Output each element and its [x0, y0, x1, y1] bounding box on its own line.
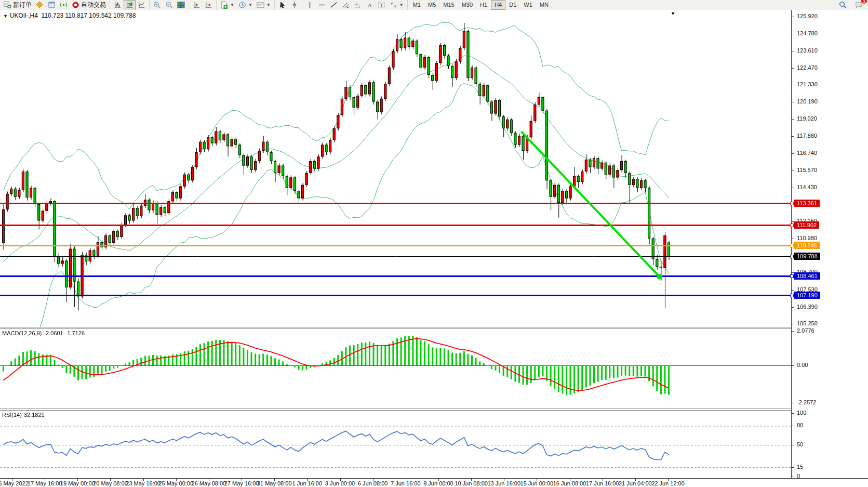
text-a-icon: A [366, 1, 373, 9]
arrows-icon [390, 1, 397, 9]
rsi-indicator-label: RSI(14)32.1821 [2, 412, 47, 418]
hline-anchor[interactable] [790, 202, 794, 205]
chat-button[interactable]: 1 [853, 0, 865, 10]
price-tick-mark [792, 290, 794, 291]
price-tick-mark [792, 239, 794, 239]
rsi-panel-canvas[interactable] [0, 411, 791, 478]
macd-indicator-label: MACD(12,26,9)-2.0601-1.7126 [2, 330, 87, 336]
data-window-button[interactable] [46, 0, 58, 10]
text-button[interactable]: A [364, 0, 376, 10]
auto-trading-button[interactable]: 自动交易 [70, 0, 108, 10]
timeframe-m15[interactable]: M15 [439, 0, 458, 10]
price-tick-mark [792, 170, 794, 171]
current-price-tag: 109.788 [794, 253, 820, 260]
strategy-signal-button[interactable] [58, 0, 70, 10]
zoom-out-button[interactable] [163, 0, 175, 10]
toolbar-group: EFAT▼ [302, 0, 407, 10]
time-axis-label: 17 May 16:00 [28, 480, 62, 486]
collapse-ohlc-icon[interactable]: ▼ [3, 14, 8, 19]
crosshair-button[interactable] [288, 0, 300, 10]
toolbar-group: 新订单自动交易 [0, 0, 110, 10]
hline-anchor[interactable] [790, 244, 794, 247]
price-tick-mark [792, 68, 794, 69]
toolbar-group: ▼▼▼ [216, 0, 274, 10]
timeframe-w1[interactable]: W1 [520, 0, 536, 10]
timeframe-m5[interactable]: M5 [424, 0, 439, 10]
price-tick-mark [792, 324, 794, 324]
hline-price-tag: 111.902 [794, 221, 819, 229]
hline-price-tag: 113.361 [794, 200, 820, 207]
time-axis-label: 9 Jun 00:00 [423, 480, 453, 486]
hline-anchor[interactable] [790, 255, 794, 258]
chat-badge: 1 [861, 0, 867, 4]
zoom-in-button[interactable] [151, 0, 163, 10]
price-tick-label: 123.610 [797, 47, 818, 54]
price-tick-mark [792, 17, 794, 17]
indicators-button[interactable]: ▼ [218, 0, 236, 10]
chart-shift-button[interactable] [203, 0, 215, 10]
price-axis[interactable]: 125.920124.780123.610122.470121.330120.1… [791, 10, 868, 478]
hline-anchor[interactable] [790, 223, 794, 227]
macd-tick-mark [792, 331, 794, 332]
svg-text:E: E [346, 5, 349, 8]
dropdown-arrow-icon[interactable]: ▼ [399, 3, 404, 7]
search-icon [839, 1, 847, 9]
chart-window: ▼UKOil-,H4 110.723 110.817 109.542 109.7… [0, 10, 868, 487]
horizontal-line-button[interactable] [316, 0, 328, 10]
price-tick-mark [792, 188, 794, 188]
timeframe-d1[interactable]: D1 [505, 0, 520, 10]
equidistant-channel-button[interactable]: E [340, 0, 352, 10]
chart-shift-marker-icon[interactable]: ▼ [671, 11, 675, 16]
chart-symbol-period: UKOil-,H4 [10, 12, 38, 19]
svg-text:F: F [359, 5, 361, 8]
time-axis-label: 1 Jun 16:00 [292, 480, 323, 486]
price-tick-mark [792, 51, 794, 51]
hline-anchor[interactable] [790, 294, 794, 297]
fibonacci-button[interactable]: F [352, 0, 364, 10]
dropdown-arrow-icon[interactable]: ▼ [266, 3, 271, 7]
new-order-button[interactable]: 新订单 [2, 0, 34, 10]
timeframe-h4[interactable]: H4 [491, 0, 505, 10]
hline-anchor[interactable] [790, 274, 794, 278]
tile-windows-button[interactable] [175, 0, 187, 10]
bar-chart-button[interactable] [112, 0, 124, 10]
time-axis-label: 13 Jun 16:00 [487, 480, 520, 486]
auto-scroll-button[interactable] [191, 0, 203, 10]
trading-terminal-window: 新订单自动交易▼▼▼EFAT▼M1M5M15M30H1H4D1W1MN1 ▼UK… [0, 0, 868, 487]
dropdown-arrow-icon[interactable]: ▼ [230, 3, 234, 7]
time-axis-label: 25 May 00:00 [158, 480, 193, 486]
price-tick-mark [792, 307, 794, 308]
templates-button[interactable]: ▼ [255, 0, 273, 10]
text-label-button[interactable]: T [376, 0, 388, 10]
toolbar-group [149, 0, 189, 10]
stop-icon [72, 1, 79, 9]
price-tick-label: 116.740 [797, 150, 817, 156]
arrows-button[interactable]: ▼ [388, 0, 406, 10]
main-toolbar: 新订单自动交易▼▼▼EFAT▼M1M5M15M30H1H4D1W1MN1 [0, 0, 868, 10]
price-tick-mark [792, 34, 794, 34]
auto-trading-button-label: 自动交易 [81, 1, 106, 9]
vertical-line-button[interactable] [304, 0, 316, 10]
time-axis[interactable]: 16 May 202217 May 16:0019 May 00:0020 Ma… [0, 478, 868, 487]
candlestick-chart-button[interactable] [124, 0, 136, 10]
text-t-icon: T [378, 1, 385, 9]
candles-icon [126, 1, 133, 9]
search-button[interactable] [837, 0, 849, 10]
timeframe-m30[interactable]: M30 [458, 0, 476, 10]
macd-panel-canvas[interactable] [0, 329, 791, 409]
periods-button[interactable]: ▼ [236, 0, 255, 10]
cursor-button[interactable] [276, 0, 288, 10]
line-chart-button[interactable] [136, 0, 148, 10]
time-axis-label: 22 Jun 12:00 [651, 480, 685, 486]
toolbar-group [110, 0, 149, 10]
trendline-button[interactable] [328, 0, 340, 10]
dropdown-arrow-icon[interactable]: ▼ [248, 3, 252, 7]
timeframe-m1[interactable]: M1 [409, 0, 424, 10]
price-chart-canvas[interactable] [0, 19, 791, 327]
window-icon [48, 1, 56, 9]
macd-tick-label: 0.00 [797, 362, 808, 368]
timeframe-h1[interactable]: H1 [476, 0, 491, 10]
timeframe-mn[interactable]: MN [536, 0, 552, 10]
market-watch-button[interactable] [34, 0, 46, 10]
zoom-in-icon [153, 1, 161, 9]
